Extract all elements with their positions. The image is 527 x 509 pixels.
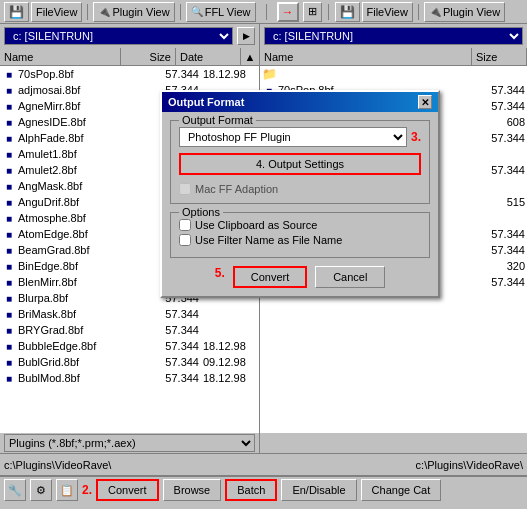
filter-name-checkbox[interactable] [179, 234, 191, 246]
dialog-cancel-btn[interactable]: Cancel [315, 266, 385, 288]
dialog-convert-btn[interactable]: Convert [233, 266, 308, 288]
output-format-dialog: Output Format ✕ Output Format Photoshop … [160, 90, 440, 298]
format-number: 3. [411, 130, 421, 144]
output-settings-btn[interactable]: 4. Output Settings [179, 153, 421, 175]
format-select-row: Photoshop FF Plugin 3. [179, 127, 421, 147]
options-group: Options Use Clipboard as Source Use Filt… [170, 212, 430, 258]
mac-ff-label: Mac FF Adaption [195, 183, 278, 195]
format-group: Output Format Photoshop FF Plugin 3. 4. … [170, 120, 430, 204]
convert-btn-number: 5. [215, 266, 225, 288]
dialog-title-text: Output Format [168, 96, 244, 108]
dialog-close-btn[interactable]: ✕ [418, 95, 432, 109]
dialog-buttons: 5. Convert Cancel [170, 266, 430, 288]
filter-name-label: Use Filter Name as File Name [195, 234, 342, 246]
mac-ff-checkbox[interactable] [179, 183, 191, 195]
options-group-label: Options [179, 206, 223, 218]
format-group-label: Output Format [179, 114, 256, 126]
dialog-title-bar: Output Format ✕ [162, 92, 438, 112]
format-select[interactable]: Photoshop FF Plugin [179, 127, 407, 147]
mac-ff-row: Mac FF Adaption [179, 183, 421, 195]
dialog-content: Output Format Photoshop FF Plugin 3. 4. … [162, 112, 438, 296]
clipboard-row: Use Clipboard as Source [179, 219, 421, 231]
filter-name-row: Use Filter Name as File Name [179, 234, 421, 246]
clipboard-checkbox[interactable] [179, 219, 191, 231]
dialog-overlay: Output Format ✕ Output Format Photoshop … [0, 0, 527, 509]
clipboard-label: Use Clipboard as Source [195, 219, 317, 231]
